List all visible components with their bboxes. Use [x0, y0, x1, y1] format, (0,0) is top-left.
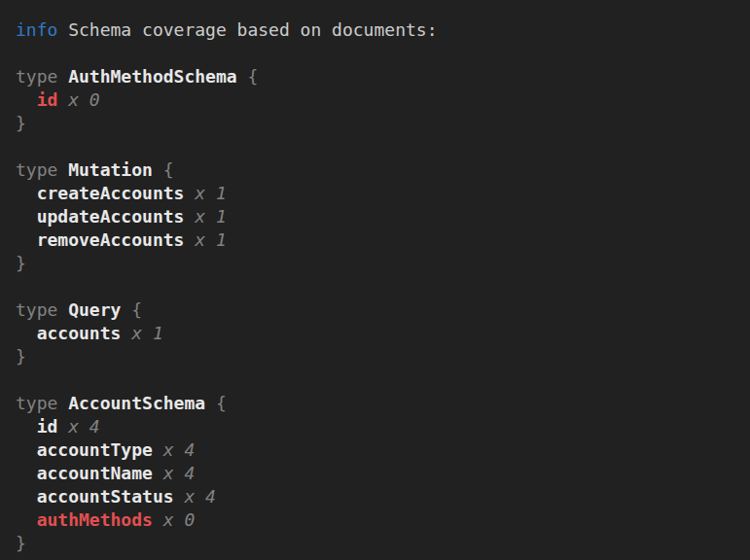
- field-name: accountType: [37, 439, 153, 460]
- field-line: removeAccountsx1: [16, 228, 742, 252]
- field-name: accounts: [37, 323, 122, 343]
- hit-count: 1: [216, 229, 227, 250]
- hit-count: 1: [216, 183, 227, 203]
- hits-prefix: x: [195, 183, 205, 203]
- open-brace: {: [131, 299, 142, 320]
- log-line-info: infoSchema coverage based on documents:: [16, 18, 742, 42]
- type-keyword: type: [16, 299, 57, 320]
- close-brace: }: [16, 253, 26, 273]
- blank-line: [16, 275, 742, 298]
- info-label: info: [16, 19, 57, 40]
- blank-line: [16, 42, 742, 65]
- open-brace: {: [163, 159, 174, 180]
- type-open-line: typeAccountSchema{: [16, 392, 742, 415]
- close-brace: }: [16, 113, 26, 133]
- terminal-output: infoSchema coverage based on documents: …: [0, 0, 750, 555]
- field-line: accountTypex4: [16, 438, 742, 462]
- field-line: accountStatusx4: [16, 485, 742, 508]
- field-line: accountsx1: [16, 322, 742, 345]
- type-close-line: }: [16, 252, 742, 275]
- hits-prefix: x: [163, 439, 174, 460]
- field-line: idx0: [16, 88, 742, 112]
- hit-count: 4: [184, 439, 195, 460]
- hits-prefix: x: [68, 89, 79, 110]
- hit-count: 0: [184, 509, 195, 530]
- type-close-line: }: [16, 532, 742, 555]
- field-name: authMethods: [37, 509, 153, 530]
- hits-prefix: x: [163, 463, 174, 483]
- hit-count: 4: [89, 416, 100, 437]
- type-name: AuthMethodSchema: [68, 66, 236, 87]
- type-open-line: typeMutation{: [16, 158, 742, 182]
- field-name: id: [37, 416, 58, 437]
- type-keyword: type: [16, 393, 57, 413]
- open-brace: {: [216, 393, 227, 413]
- hit-count: 1: [216, 206, 227, 227]
- field-line: authMethodsx0: [16, 508, 742, 532]
- field-name: updateAccounts: [37, 206, 185, 227]
- blank-line: [16, 368, 742, 392]
- hit-count: 0: [89, 89, 100, 110]
- log-message: Schema coverage based on documents:: [68, 19, 437, 40]
- close-brace: }: [16, 533, 26, 553]
- field-name: id: [37, 89, 58, 110]
- hit-count: 4: [205, 486, 216, 507]
- field-line: idx4: [16, 415, 742, 438]
- type-close-line: }: [16, 345, 742, 368]
- field-line: accountNamex4: [16, 462, 742, 485]
- field-line: createAccountsx1: [16, 182, 742, 205]
- blank-line: [16, 135, 742, 158]
- type-open-line: typeAuthMethodSchema{: [16, 65, 742, 88]
- type-keyword: type: [16, 159, 57, 180]
- type-name: Query: [68, 299, 121, 320]
- field-line: updateAccountsx1: [16, 205, 742, 228]
- hits-prefix: x: [68, 416, 79, 437]
- type-close-line: }: [16, 112, 742, 135]
- hit-count: 4: [184, 463, 195, 483]
- field-name: accountStatus: [37, 486, 174, 507]
- field-name: createAccounts: [37, 183, 185, 203]
- open-brace: {: [247, 66, 258, 87]
- type-keyword: type: [16, 66, 57, 87]
- type-name: Mutation: [68, 159, 153, 180]
- field-name: removeAccounts: [37, 229, 185, 250]
- type-name: AccountSchema: [68, 393, 205, 413]
- field-name: accountName: [37, 463, 153, 483]
- hits-prefix: x: [131, 323, 142, 343]
- hit-count: 1: [153, 323, 163, 343]
- hits-prefix: x: [195, 229, 205, 250]
- type-open-line: typeQuery{: [16, 298, 742, 322]
- hits-prefix: x: [184, 486, 195, 507]
- close-brace: }: [16, 346, 26, 367]
- hits-prefix: x: [163, 509, 174, 530]
- hits-prefix: x: [195, 206, 205, 227]
